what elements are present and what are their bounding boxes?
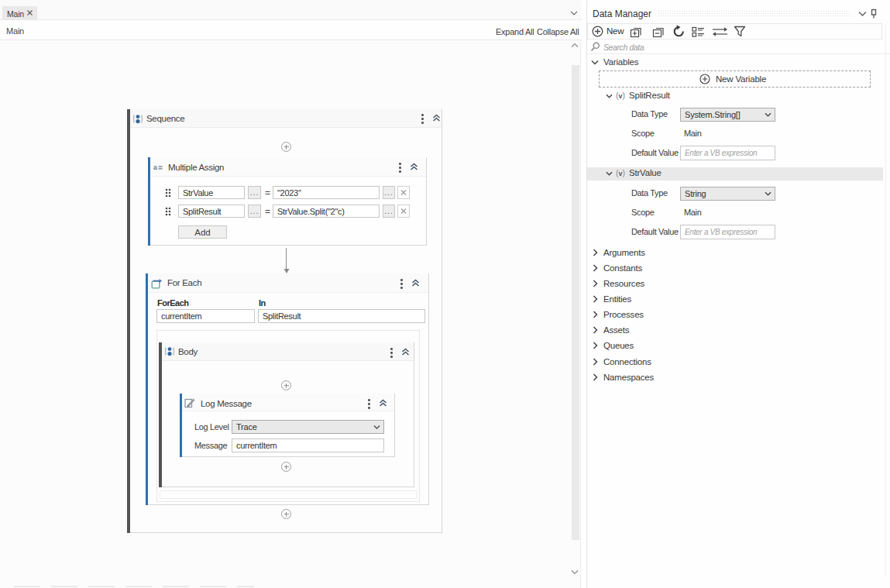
- svg-text:a: a: [153, 164, 157, 170]
